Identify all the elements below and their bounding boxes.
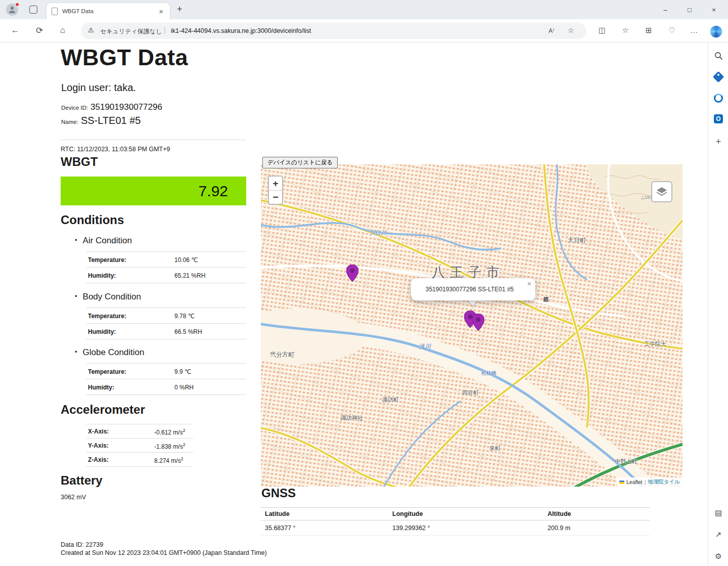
gnss-heading: GNSS — [261, 486, 296, 500]
browser-titlebar: WBGT Data × + – □ × — [0, 0, 728, 19]
split-screen-icon[interactable]: ◫ — [597, 26, 608, 35]
sidebar-external-icon[interactable]: ↗ — [712, 529, 724, 541]
tab-close-button[interactable]: × — [157, 7, 165, 16]
device-name-label: Name: — [61, 119, 78, 125]
footer-created-at: Created at Sun Nov 12 2023 23:04:01 GMT+… — [61, 549, 267, 556]
attribution-divider: | — [645, 479, 646, 485]
loop-icon — [714, 94, 723, 103]
popup-close-icon[interactable]: × — [527, 280, 531, 288]
page-icon — [52, 8, 58, 15]
map-marker-icon[interactable] — [472, 314, 484, 331]
map-popup: 351901930077296 SS-LTE01 #5 × — [411, 278, 535, 300]
sidebar-panel-icon[interactable]: ▤ — [712, 507, 724, 519]
flag-icon — [619, 481, 624, 484]
map-label: 川口川 — [370, 229, 386, 237]
copilot-icon[interactable] — [710, 26, 722, 37]
bullet-icon: • — [75, 292, 77, 300]
table-row: Humidity:65.21 %RH — [86, 268, 246, 283]
rtc-timestamp: RTC: 11/12/2023, 11:03:58 PM GMT+9 — [61, 146, 170, 153]
gnss-table: Latitude Longitude Altitude 35.68377 ° 1… — [261, 507, 650, 536]
back-icon[interactable]: ← — [9, 25, 21, 35]
row-value: 65.21 %RH — [174, 272, 205, 279]
workspaces-icon[interactable] — [29, 6, 37, 14]
login-user: Login user: taka. — [61, 82, 136, 94]
tiles-link[interactable]: 地理院タイル — [648, 478, 680, 486]
edge-sidebar: O + ▤ ↗ ⚙ — [708, 42, 728, 566]
zoom-out-button[interactable]: − — [269, 190, 282, 204]
battery-heading: Battery — [61, 473, 103, 488]
favorite-star-icon[interactable]: ☆ — [568, 26, 574, 34]
gnss-header-row: Latitude Longitude Altitude — [261, 507, 650, 520]
browser-essentials-icon[interactable]: ♡ — [666, 26, 677, 35]
condition-group-globe: •Globe Condition — [75, 347, 144, 358]
profile-avatar[interactable] — [6, 4, 18, 16]
search-icon — [714, 52, 723, 60]
table-row: Z-Axis:8.274 m/s2 — [86, 453, 193, 467]
wbgt-value: 7.92 — [61, 177, 246, 205]
divider-line — [61, 140, 246, 140]
sidebar-tools-icon[interactable] — [712, 92, 724, 104]
map-label: 弐分方町 — [270, 351, 294, 359]
back-to-device-list-button[interactable]: デバイスのリストに戻る — [262, 157, 338, 168]
popup-text: 351901930077296 SS-LTE01 #5 — [411, 286, 528, 293]
map-marker-icon[interactable] — [346, 265, 358, 282]
layers-control[interactable] — [651, 181, 672, 202]
table-row: Y-Axis:-1.838 m/s2 — [86, 439, 193, 453]
settings-menu-icon[interactable]: … — [689, 26, 700, 34]
map-label: 諏訪神社 — [341, 414, 363, 422]
row-label: Humidity: — [88, 328, 116, 335]
map-container[interactable]: 川口川大日町△197八王子市楢原町工学院大弐分方町浅川松枝橋諏訪町四谷町諏訪神社… — [261, 164, 682, 487]
row-value: 66.5 %RH — [174, 328, 202, 335]
table-row: Temperature:10.06 ℃ — [86, 252, 246, 268]
sidebar-search-icon[interactable] — [712, 50, 724, 62]
zoom-control: + − — [268, 176, 283, 205]
minimize-button[interactable]: – — [653, 0, 677, 19]
close-button[interactable]: × — [702, 0, 726, 19]
map-label: 工学院大 — [644, 340, 666, 348]
security-warning-icon[interactable]: ⚠ — [88, 26, 94, 34]
home-icon[interactable]: ⌂ — [57, 25, 69, 35]
gnss-longitude-value: 139.299362 ° — [392, 525, 548, 532]
row-value: -0.612 m/s2 — [154, 428, 185, 436]
map-label: 松枝橋 — [481, 370, 496, 377]
accelerometer-table: X-Axis:-0.612 m/s2 Y-Axis:-1.838 m/s2 Z-… — [86, 424, 193, 467]
row-label: Z-Axis: — [88, 456, 109, 463]
sidebar-add-icon[interactable]: + — [712, 136, 724, 148]
layers-icon — [656, 186, 668, 198]
address-url[interactable]: ik1-424-44094.vs.sakura.ne.jp:3000/devic… — [171, 27, 311, 34]
table-row: Humidity:66.5 %RH — [86, 324, 246, 339]
map-attribution: Leaflet | 地理院タイル — [617, 477, 682, 487]
air-condition-table: Temperature:10.06 ℃ Humidity:65.21 %RH — [86, 251, 246, 283]
maximize-button[interactable]: □ — [677, 0, 702, 19]
zoom-in-button[interactable]: + — [269, 177, 282, 190]
sidebar-shopping-icon[interactable] — [712, 71, 724, 83]
footer-data-id: Data ID: 22739 — [61, 541, 103, 548]
map-label: 大日町 — [568, 236, 586, 245]
browser-tab[interactable]: WBGT Data × — [47, 3, 170, 19]
bullet-icon: • — [75, 236, 77, 244]
page-content: WBGT Data Login user: taka. Device ID: 3… — [0, 42, 708, 566]
leaflet-link[interactable]: Leaflet — [626, 479, 643, 485]
row-label: Humidity: — [88, 272, 116, 279]
globe-condition-table: Temperature:9.9 ℃ Humidty:0 %RH — [86, 363, 246, 395]
refresh-icon[interactable]: ⟳ — [33, 25, 46, 36]
row-label: Humidty: — [88, 384, 114, 391]
row-label: Temperature: — [88, 313, 126, 320]
sidebar-outlook-icon[interactable]: O — [712, 113, 724, 125]
row-value: 9.9 ℃ — [174, 368, 192, 375]
gnss-altitude-value: 200.9 m — [548, 525, 650, 532]
page-title: WBGT Data — [61, 45, 188, 71]
row-value: 10.06 ℃ — [174, 256, 198, 264]
sidebar-settings-icon[interactable]: ⚙ — [712, 550, 724, 562]
address-bar[interactable]: ⚠ セキュリティ保護なし | ik1-424-44094.vs.sakura.n… — [81, 23, 586, 39]
condition-group-air: •Air Condition — [75, 236, 132, 246]
collections-icon[interactable]: ⊞ — [643, 26, 654, 35]
read-aloud-icon[interactable]: A⁾ — [549, 27, 554, 34]
wbgt-heading: WBGT — [61, 155, 98, 169]
gnss-header-latitude: Latitude — [265, 510, 392, 517]
device-id-label: Device ID: — [61, 105, 88, 111]
new-tab-button[interactable]: + — [177, 4, 183, 15]
gnss-value-row: 35.68377 ° 139.299362 ° 200.9 m — [261, 520, 650, 536]
table-row: Temperature:9.9 ℃ — [86, 364, 246, 379]
favorites-icon[interactable]: ☆ — [620, 26, 631, 35]
